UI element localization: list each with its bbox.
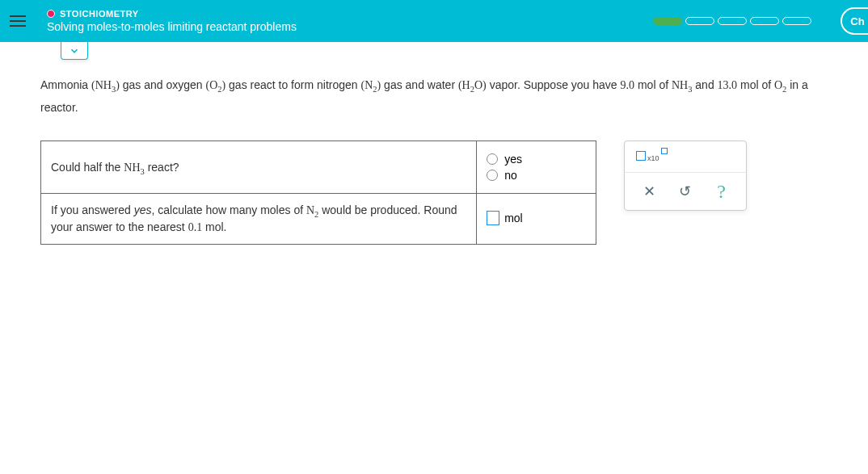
content-area: Ammonia (NH3) gas and oxygen (O2) gas re…: [0, 42, 868, 261]
radio-no[interactable]: no: [487, 169, 586, 182]
expand-dropdown-tab[interactable]: [61, 42, 88, 60]
hamburger-menu-icon[interactable]: [10, 10, 32, 32]
question-2-input-cell: mol: [477, 194, 596, 245]
topic-dot-icon: [47, 10, 55, 18]
radio-yes-label: yes: [504, 153, 522, 166]
progress-segment: [750, 17, 779, 25]
progress-bar: [653, 17, 811, 25]
question-1-text: Could half the NH3 react?: [41, 141, 477, 194]
question-table: Could half the NH3 react? yes no If you …: [40, 141, 596, 245]
question-2-text: If you answered yes, calculate how many …: [41, 194, 477, 245]
answer-toolbox: x10 ✕ ↺ ?: [624, 141, 747, 211]
x10-label: x10: [647, 154, 659, 162]
progress-segment: [782, 17, 811, 25]
header-titles: STOICHIOMETRY Solving moles-to-moles lim…: [47, 9, 297, 33]
topic-label: STOICHIOMETRY: [60, 9, 139, 19]
radio-icon: [487, 170, 498, 181]
chevron-down-icon: [69, 45, 80, 57]
progress-segment: [718, 17, 747, 25]
page-subtitle: Solving moles-to-moles limiting reactant…: [47, 20, 297, 33]
moles-input[interactable]: [487, 211, 499, 225]
chapter-badge[interactable]: Ch: [841, 7, 868, 35]
clear-button[interactable]: ✕: [637, 179, 661, 203]
radio-yes[interactable]: yes: [487, 153, 586, 166]
reset-button[interactable]: ↺: [673, 179, 697, 203]
x-icon: ✕: [643, 182, 655, 200]
progress-segment: [653, 17, 682, 25]
scientific-notation-button[interactable]: x10: [633, 149, 671, 164]
question-1-options: yes no: [477, 141, 596, 194]
mantissa-box-icon: [636, 151, 646, 161]
reset-icon: ↺: [679, 182, 691, 200]
radio-no-label: no: [504, 169, 517, 182]
exponent-box-icon: [661, 148, 668, 154]
unit-label: mol: [504, 212, 523, 224]
question-mark-icon: ?: [717, 181, 726, 203]
help-button[interactable]: ?: [710, 179, 734, 203]
problem-statement: Ammonia (NH3) gas and oxygen (O2) gas re…: [40, 74, 828, 118]
progress-segment: [685, 17, 714, 25]
app-header: STOICHIOMETRY Solving moles-to-moles lim…: [0, 0, 868, 42]
radio-icon: [487, 153, 498, 165]
